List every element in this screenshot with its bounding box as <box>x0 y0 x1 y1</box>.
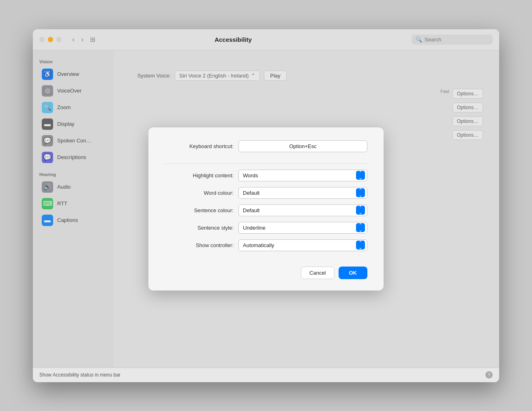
show-controller-wrapper: Automatically Always Never ⌃⌄ <box>238 239 367 251</box>
keyboard-shortcut-row: Keyboard shortcut: <box>165 140 367 152</box>
sentence-colour-row: Sentence colour: Default Red Blue ⌃⌄ <box>165 204 367 216</box>
modal-form: Keyboard shortcut: Highlight content: Wo… <box>165 140 367 279</box>
main-window: ‹ › ⊞ Accessibility 🔍 Vision ♿ Overview … <box>33 29 499 382</box>
titlebar: ‹ › ⊞ Accessibility 🔍 <box>33 29 499 50</box>
help-button[interactable]: ? <box>485 371 493 379</box>
modal-overlay: Keyboard shortcut: Highlight content: Wo… <box>33 50 499 368</box>
search-input[interactable] <box>425 37 489 43</box>
sentence-style-select[interactable]: Underline Box None <box>238 222 367 234</box>
window-title: Accessibility <box>55 36 412 43</box>
word-colour-row: Word colour: Default Red Blue ⌃⌄ <box>165 187 367 199</box>
highlight-content-row: Highlight content: Words Sentences Off ⌃… <box>165 170 367 181</box>
sentence-style-label: Sentence style: <box>165 225 234 231</box>
minimize-button[interactable] <box>48 37 53 42</box>
modal-dialog: Keyboard shortcut: Highlight content: Wo… <box>148 127 384 290</box>
ok-button[interactable]: OK <box>339 267 368 279</box>
search-icon: 🔍 <box>416 37 422 43</box>
highlight-content-wrapper: Words Sentences Off ⌃⌄ <box>238 170 367 181</box>
close-button[interactable] <box>39 37 45 42</box>
content-area: Vision ♿ Overview ⊙ VoiceOver 🔍 Zoom ▬ D… <box>33 50 499 368</box>
sentence-style-wrapper: Underline Box None ⌃⌄ <box>238 222 367 234</box>
search-box[interactable]: 🔍 <box>412 34 493 45</box>
show-controller-label: Show controller: <box>165 242 234 248</box>
word-colour-label: Word colour: <box>165 190 234 196</box>
highlight-content-label: Highlight content: <box>165 172 234 179</box>
highlight-content-select[interactable]: Words Sentences Off <box>238 170 367 181</box>
sentence-colour-label: Sentence colour: <box>165 207 234 213</box>
word-colour-wrapper: Default Red Blue ⌃⌄ <box>238 187 367 199</box>
status-bar: Show Accessibility status in menu bar ? <box>33 368 499 382</box>
modal-divider-1 <box>165 164 367 164</box>
cancel-button[interactable]: Cancel <box>301 267 334 279</box>
sentence-style-row: Sentence style: Underline Box None ⌃⌄ <box>165 222 367 234</box>
sentence-colour-wrapper: Default Red Blue ⌃⌄ <box>238 204 367 216</box>
show-controller-row: Show controller: Automatically Always Ne… <box>165 239 367 251</box>
word-colour-select[interactable]: Default Red Blue <box>238 187 367 199</box>
keyboard-shortcut-label: Keyboard shortcut: <box>165 143 234 149</box>
sentence-colour-select[interactable]: Default Red Blue <box>238 204 367 216</box>
show-controller-select[interactable]: Automatically Always Never <box>238 239 367 251</box>
status-text: Show Accessibility status in menu bar <box>39 372 120 378</box>
modal-buttons: Cancel OK <box>165 267 367 279</box>
keyboard-shortcut-input[interactable] <box>238 140 367 152</box>
